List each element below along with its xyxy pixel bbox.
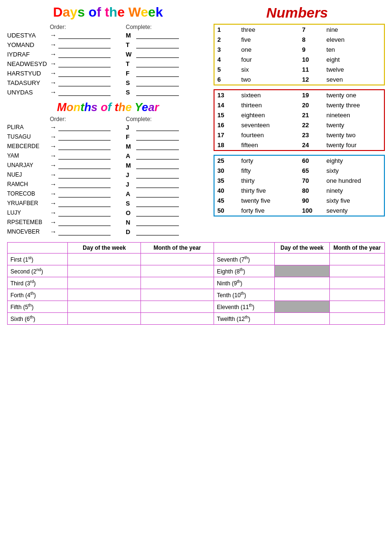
complete-col: A (126, 152, 179, 160)
complete-input[interactable] (136, 190, 179, 198)
word-cell: eighteen (238, 110, 299, 120)
right-day-cell[interactable] (274, 254, 329, 265)
complete-input[interactable] (136, 218, 179, 226)
left-day-cell[interactable] (68, 254, 141, 265)
arrow-line: → (50, 199, 126, 207)
right-day-cell[interactable] (274, 313, 329, 325)
right-day-cell[interactable] (274, 277, 329, 289)
right-month-cell[interactable] (329, 277, 384, 289)
order-input[interactable] (58, 50, 111, 58)
word-label: YRUAFBER (7, 200, 50, 207)
order-input[interactable] (58, 161, 111, 169)
days-title: Days of the Week (7, 5, 209, 20)
complete-input[interactable] (136, 228, 179, 235)
order-input[interactable] (58, 123, 111, 131)
left-ordinal-label: Fifth (5th) (8, 301, 68, 313)
complete-input[interactable] (136, 123, 179, 131)
complete-input[interactable] (136, 142, 179, 150)
complete-col: J (126, 171, 179, 179)
complete-col: S (126, 199, 179, 207)
order-input[interactable] (58, 180, 111, 188)
month-word-row: RAMCH → J (7, 180, 209, 188)
order-input[interactable] (58, 190, 111, 198)
left-month-cell[interactable] (141, 289, 214, 301)
word-cell: six (238, 65, 299, 75)
day-word-row: TADASURY → S (7, 79, 209, 86)
complete-input[interactable] (136, 88, 179, 96)
order-input[interactable] (58, 171, 111, 179)
complete-input[interactable] (136, 209, 179, 216)
right-month-cell[interactable] (329, 289, 384, 301)
order-input[interactable] (58, 31, 111, 39)
months-order-label: Order: (50, 116, 126, 122)
order-input[interactable] (58, 88, 111, 96)
arrow-line: → (50, 180, 126, 188)
right-month-cell[interactable] (329, 265, 384, 277)
order-input[interactable] (58, 69, 111, 77)
left-month-cell[interactable] (141, 254, 214, 265)
arrow-icon: → (50, 199, 56, 207)
num-cell2: 12 (299, 75, 323, 85)
order-input[interactable] (58, 41, 111, 48)
complete-col: T (126, 41, 179, 48)
num-row: 40 thirty five 80 ninety (214, 186, 384, 196)
left-day-cell[interactable] (68, 277, 141, 289)
word-label: UDESTYA (7, 32, 50, 39)
complete-letter: M (126, 32, 134, 39)
complete-input[interactable] (136, 50, 179, 58)
complete-input[interactable] (136, 79, 179, 86)
right-day-cell[interactable] (274, 265, 329, 277)
days-labels: Order: Complete: (7, 24, 209, 30)
left-day-cell[interactable] (68, 289, 141, 301)
order-input[interactable] (58, 218, 111, 226)
complete-input[interactable] (136, 60, 179, 67)
order-input[interactable] (58, 133, 111, 141)
num-cell: 17 (214, 130, 238, 140)
complete-input[interactable] (136, 133, 179, 141)
num-cell2: 19 (299, 90, 323, 100)
complete-letter: O (126, 209, 134, 216)
word-cell: forty five (238, 206, 299, 216)
arrow-line: → (50, 69, 126, 77)
word-cell2: seven (324, 75, 384, 85)
order-input[interactable] (58, 60, 111, 67)
num-row: 30 fifty 65 sixty (214, 166, 384, 176)
complete-input[interactable] (136, 171, 179, 179)
ordinal-row: Second (2nd) Eighth (8th) (8, 265, 385, 277)
order-input[interactable] (58, 152, 111, 160)
word-label: RAMCH (7, 181, 50, 188)
right-month-cell[interactable] (329, 254, 384, 265)
left-ordinal-label: Second (2nd) (8, 265, 68, 277)
right-month-cell[interactable] (329, 301, 384, 313)
left-month-cell[interactable] (141, 277, 214, 289)
left-month-cell[interactable] (141, 265, 214, 277)
complete-label: Complete: (126, 24, 152, 30)
num-cell2: 22 (299, 120, 323, 130)
right-month-cell[interactable] (329, 313, 384, 325)
ordinals-col3-header: Day of the week (274, 243, 329, 254)
left-month-cell[interactable] (141, 313, 214, 325)
complete-input[interactable] (136, 31, 179, 39)
word-cell2: twenty two (324, 130, 384, 140)
order-input[interactable] (58, 228, 111, 235)
left-day-cell[interactable] (68, 265, 141, 277)
word-label: IYDRAF (7, 51, 50, 58)
complete-input[interactable] (136, 180, 179, 188)
right-day-cell[interactable] (274, 301, 329, 313)
right-day-cell[interactable] (274, 289, 329, 301)
order-input[interactable] (58, 209, 111, 216)
complete-input[interactable] (136, 69, 179, 77)
complete-input[interactable] (136, 161, 179, 169)
left-month-cell[interactable] (141, 301, 214, 313)
complete-letter: J (126, 124, 134, 131)
ordinals-body: First (1st) Seventh (7th) Second (2nd) E… (8, 254, 385, 325)
left-day-cell[interactable] (68, 313, 141, 325)
complete-input[interactable] (136, 41, 179, 48)
word-label: MNOEVBER (7, 228, 50, 235)
left-day-cell[interactable] (68, 301, 141, 313)
complete-input[interactable] (136, 199, 179, 207)
order-input[interactable] (58, 79, 111, 86)
order-input[interactable] (58, 199, 111, 207)
order-input[interactable] (58, 142, 111, 150)
complete-input[interactable] (136, 152, 179, 160)
